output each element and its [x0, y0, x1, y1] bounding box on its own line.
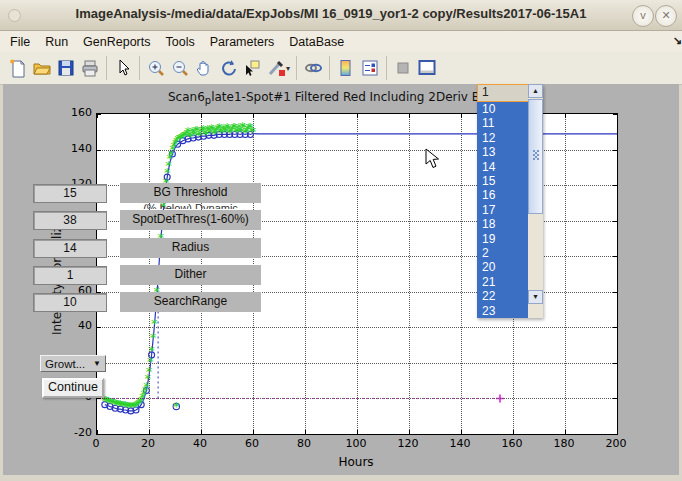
gridline-v	[461, 114, 462, 434]
scrollbar-thumb[interactable]	[528, 99, 543, 214]
brush-icon[interactable]	[264, 56, 288, 80]
toolbar-separator	[329, 56, 330, 80]
tick-mark	[97, 434, 101, 435]
dropdown-item-17[interactable]: 17	[477, 203, 528, 217]
popup-arrow-icon: ▼	[93, 359, 101, 368]
tick-mark	[613, 150, 617, 151]
dropdown-item-22[interactable]: 22	[477, 289, 528, 303]
edit-field-dither[interactable]: 1	[33, 266, 107, 285]
save-icon[interactable]	[54, 56, 78, 80]
x-axis-label: Hours	[326, 455, 386, 469]
x-tick-label: 180	[544, 437, 584, 450]
window-icon	[8, 9, 21, 22]
mouse-cursor	[425, 148, 440, 173]
tick-mark	[97, 398, 101, 399]
colorbar-icon[interactable]	[334, 56, 358, 80]
legend-icon[interactable]	[358, 56, 382, 80]
param-label-searchrange[interactable]: SearchRange	[120, 292, 261, 312]
x-tick-label: 200	[596, 437, 636, 450]
open-folder-icon[interactable]	[30, 56, 54, 80]
x-tick-label: 0	[76, 437, 116, 450]
disabled-square-icon	[391, 56, 415, 80]
tick-mark	[617, 114, 618, 118]
gridline-v	[305, 114, 306, 434]
scroll-down-icon[interactable]: ▼	[528, 290, 543, 304]
toolbar: ▾	[0, 52, 682, 85]
dropdown-item-21[interactable]: 21	[477, 275, 528, 289]
toolbar-separator	[139, 56, 140, 80]
pointer-icon[interactable]	[111, 56, 135, 80]
dropdown-item-2[interactable]: 2	[477, 246, 528, 260]
gridline-v	[565, 114, 566, 434]
menu-item-database[interactable]: DataBase	[289, 35, 344, 49]
x-tick-label: 20	[128, 437, 168, 450]
zoom-out-icon[interactable]	[168, 56, 192, 80]
param-label-spotdetthres-1-60-[interactable]: SpotDetThres(1-60%)	[120, 210, 261, 230]
svg-text:*: *	[151, 316, 158, 331]
tick-mark	[613, 292, 617, 293]
tick-mark	[613, 398, 617, 399]
rotate-3d-icon[interactable]	[216, 56, 240, 80]
dropdown-item-14[interactable]: 14	[477, 160, 528, 174]
growth-popup-button[interactable]: Growt... ▼	[40, 355, 106, 372]
dropdown-item-15[interactable]: 15	[477, 174, 528, 188]
dock-figure-icon[interactable]: ↘	[673, 34, 682, 47]
menu-bar: FileRunGenReportsToolsParametersDataBase…	[0, 31, 682, 52]
param-label-dither[interactable]: Dither	[120, 265, 261, 285]
zoom-in-icon[interactable]	[144, 56, 168, 80]
tick-mark	[613, 256, 617, 257]
menu-item-file[interactable]: File	[10, 35, 30, 49]
label-subline: (% below) Dynamic	[120, 202, 261, 209]
axes-window-icon[interactable]	[415, 56, 439, 80]
edit-field-radius[interactable]: 14	[33, 239, 107, 258]
rollup-button[interactable]: v	[632, 5, 654, 27]
close-button[interactable]: ✕	[655, 5, 677, 27]
dropdown-scrollbar[interactable]: ▲ ▼	[528, 84, 543, 318]
menu-item-parameters[interactable]: Parameters	[210, 35, 275, 49]
dropdown-item-23[interactable]: 23	[477, 304, 528, 318]
new-file-icon[interactable]	[6, 56, 30, 80]
x-tick-label: 100	[336, 437, 376, 450]
pan-hand-icon[interactable]	[192, 56, 216, 80]
tick-mark	[97, 150, 101, 151]
x-tick-label: 120	[388, 437, 428, 450]
tick-mark	[97, 327, 101, 328]
dropdown-item-20[interactable]: 20	[477, 260, 528, 274]
menu-item-tools[interactable]: Tools	[166, 35, 195, 49]
menu-item-genreports[interactable]: GenReports	[83, 35, 150, 49]
x-tick-label: 140	[440, 437, 480, 450]
print-icon[interactable]	[78, 56, 102, 80]
edit-field-searchrange[interactable]: 10	[33, 293, 107, 312]
tick-mark	[613, 327, 617, 328]
dropdown-item-19[interactable]: 19	[477, 232, 528, 246]
dropdown-item-16[interactable]: 16	[477, 188, 528, 202]
param-label-bg-threshold[interactable]: BG Threshold	[120, 183, 261, 203]
x-tick-label: 60	[232, 437, 272, 450]
spot-number-dropdown[interactable]: 1 10111213141516171819220212223 ▲ ▼	[477, 84, 543, 318]
dropdown-item-18[interactable]: 18	[477, 217, 528, 231]
param-label-radius[interactable]: Radius	[120, 238, 261, 258]
scroll-up-icon[interactable]: ▲	[528, 84, 543, 98]
tick-mark	[201, 430, 202, 434]
growth-popup-label: Growt...	[45, 358, 85, 370]
tick-mark	[565, 430, 566, 434]
scrollbar-grip	[533, 150, 535, 152]
y-tick-label: 160	[56, 106, 92, 119]
dropdown-editor[interactable]: 1	[477, 84, 532, 102]
dropdown-item-11[interactable]: 11	[477, 116, 528, 130]
tick-mark	[565, 114, 566, 118]
edit-field-bg-threshold[interactable]: 15	[33, 184, 107, 203]
title-bar[interactable]: ImageAnalysis-/media/data/ExpJobs/MI 16_…	[0, 0, 682, 31]
data-cursor-icon[interactable]	[240, 56, 264, 80]
dropdown-item-13[interactable]: 13	[477, 145, 528, 159]
tick-mark	[357, 430, 358, 434]
link-plots-icon[interactable]	[301, 56, 325, 80]
tick-mark	[461, 430, 462, 434]
edit-field-spotdetthres-1-60-[interactable]: 38	[33, 211, 107, 230]
tick-mark	[617, 430, 618, 434]
menu-item-run[interactable]: Run	[45, 35, 68, 49]
dropdown-item-12[interactable]: 12	[477, 131, 528, 145]
dropdown-item-10[interactable]: 10	[477, 102, 528, 116]
continue-button[interactable]: Continue	[42, 378, 104, 398]
brush-dropdown-icon[interactable]: ▾	[286, 64, 290, 73]
